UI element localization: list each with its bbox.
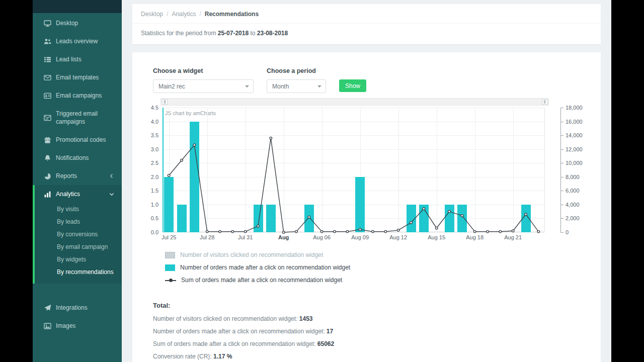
line-point [334,230,336,233]
line-point [359,228,361,231]
total-orders-row: Number of orders made after a click on r… [153,328,601,335]
sidebar-item-images[interactable]: Images [33,317,122,335]
sidebar-subitem-by-leads[interactable]: By leads [35,216,122,228]
right-axis-tick [560,135,564,136]
left-axis-label: 1.0 [151,202,158,208]
line-point [270,137,272,139]
line-point [346,230,349,233]
total-value: 17 [327,328,333,335]
breadcrumb-desktop[interactable]: Desktop [141,11,163,18]
sidebar-item-leads-overview[interactable]: Leads overview [33,32,122,50]
right-axis-tick [560,232,564,233]
right-axis-tick [560,122,564,122]
sidebar-subitem-by-widgets[interactable]: By widgets [35,253,122,266]
legend-label: Sum of orders made after a click on reco… [181,277,342,284]
sidebar-item-notifications[interactable]: Notifications [33,149,122,167]
sidebar-item-label: Desktop [56,19,118,27]
period-select-value: Month [272,83,289,90]
line-point [257,225,260,227]
x-axis-label: Aug 21 [504,234,522,240]
total-visitors-row: Number of visitors clicked on recommenda… [153,315,601,322]
period-prefix: Statistics for the period from [141,30,216,37]
left-axis-label: 4.0 [151,119,158,125]
line-point [499,230,502,233]
left-axis-label: 1.5 [151,188,158,194]
right-axis-label: 0 [566,229,569,235]
legend-item-sum[interactable]: Sum of orders made after a click on reco… [165,277,601,284]
sidebar-item-label: Images [56,322,118,330]
users-icon [44,38,51,45]
line-point [372,230,374,233]
right-axis-label: 14,000 [566,132,583,138]
sidebar-item-email-templates[interactable]: Email templates [33,68,122,86]
period-selector-label: Choose a period [267,67,326,74]
period-selector-group: Choose a period Month [267,67,326,93]
legend-label: Number of orders made after a click on r… [180,264,350,271]
line-point [295,230,298,233]
left-axis-label: 4.5 [151,105,158,111]
total-label: Conversion rate (CR): [153,353,212,360]
line-point [282,231,285,234]
legend-swatch-sum-line [165,277,176,284]
sidebar-subitem-by-email-campaign[interactable]: By email campaign [35,241,122,253]
chart-legend: Number of visitors clicked on recommenda… [165,251,601,284]
legend-item-visitors[interactable]: Number of visitors clicked on recommenda… [165,251,601,258]
sidebar-item-analytics[interactable]: Analytics [35,185,122,203]
sidebar-item-integrations[interactable]: Integrations [33,299,122,317]
sidebar-item-reports[interactable]: Reports [33,167,122,185]
scrollbar-right-handle-icon[interactable] [542,99,547,105]
sidebar-subitem-by-recommendations[interactable]: By recommendations [35,266,122,279]
sidebar-item-promotional-codes[interactable]: Promotional codes [33,131,122,149]
sidebar-item-email-campaigns[interactable]: Email campaigns [33,86,122,105]
period-select[interactable]: Month [267,79,326,93]
line-point [473,230,476,233]
line-point [537,230,540,233]
sidebar-item-label: Reports [56,172,104,180]
breadcrumb-analytics[interactable]: Analytics [172,11,196,18]
breadcrumb-current: Recommendations [205,11,259,18]
left-axis-label: 2.5 [151,160,158,166]
chevron-down-icon [109,191,115,197]
chart-plot[interactable]: JS chart by amCharts Jul 25Jul 28Jul 31A… [163,108,545,232]
breadcrumb-card: Desktop / Analytics / Recommendations St… [132,4,601,44]
widget-select[interactable]: Main2 rec [153,79,254,93]
sidebar-item-label: Lead lists [56,55,118,63]
right-axis-label: 12,000 [566,146,583,152]
widget-selector-group: Choose a widget Main2 rec [153,67,254,93]
sidebar-subitem-by-visits[interactable]: By visits [35,203,122,216]
x-axis-label: Aug 12 [389,234,407,240]
line-point [410,221,413,224]
conversion-rate-row: Conversion rate (CR): 1.17 % [153,353,601,360]
sidebar-subitem-by-conversions[interactable]: By conversions [35,228,122,241]
sidebar-item-desktop[interactable]: Desktop [33,14,122,32]
left-axis-label: 2.0 [151,174,158,180]
line-point [219,230,221,233]
chart-cursor-line [163,108,164,232]
scrollbar-left-handle-icon[interactable] [162,99,168,105]
right-axis-tick [560,163,564,163]
x-axis-label: Aug 06 [313,234,331,240]
chevron-down-icon [245,85,249,89]
right-axis-label: 8,000 [566,174,580,180]
sidebar-item-triggered-email-campaigns[interactable]: Triggered email campaigns [33,105,122,131]
line-point [206,230,208,233]
right-axis-tick [560,191,564,191]
sidebar-item-label: Triggered email campaigns [56,110,118,126]
left-axis-label: 3.5 [151,132,158,138]
sidebar: DesktopLeads overviewLead listsEmail tem… [33,0,122,362]
line-point [181,159,183,161]
main-content: Desktop / Analytics / Recommendations St… [122,0,611,362]
gift-icon [44,136,51,144]
chart-scrollbar[interactable] [160,98,549,106]
total-sum-row: Sum of orders made after a click on reco… [153,340,601,347]
right-axis-tick [560,149,564,150]
sidebar-item-label: Integrations [56,304,118,312]
legend-item-orders[interactable]: Number of orders made after a click on r… [165,264,601,271]
show-button[interactable]: Show [339,79,366,92]
right-axis-line [560,108,561,232]
right-value-axis: 02,0004,0006,0008,00010,00012,00014,0001… [560,108,601,232]
chart: 0.00.51.01.52.02.53.03.54.04.5 JS chart … [132,98,601,249]
sidebar-item-label: Analytics [56,190,104,198]
sidebar-item-lead-lists[interactable]: Lead lists [33,50,122,68]
left-axis-label: 0.0 [151,229,158,235]
